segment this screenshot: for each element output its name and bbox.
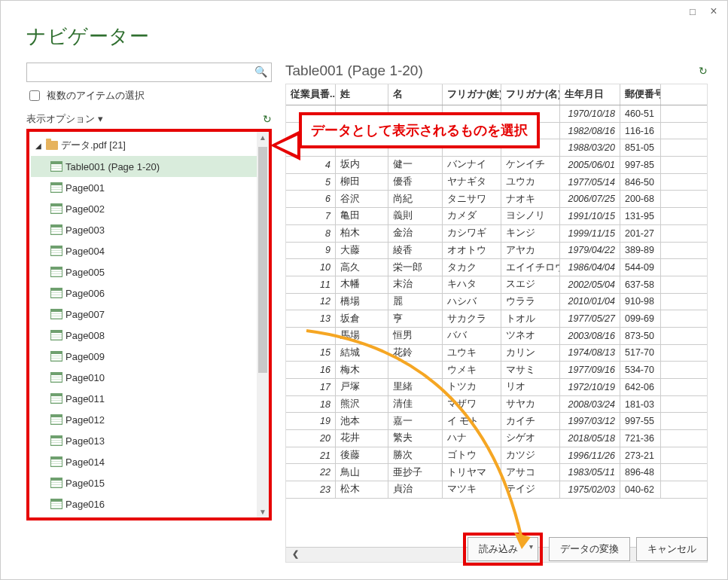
- tree-item[interactable]: Page012: [31, 409, 257, 430]
- cancel-button[interactable]: キャンセル: [636, 537, 708, 561]
- scroll-down-icon[interactable]: ▼: [257, 508, 269, 516]
- table-row[interactable]: 8柏木金治カシワギキンジ1999/11/15201-27: [286, 225, 707, 243]
- cell: ハナ: [443, 430, 501, 447]
- transform-button[interactable]: データの変換: [549, 537, 630, 561]
- scroll-left-icon[interactable]: ❮: [292, 549, 299, 559]
- table-row[interactable]: 11木幡末治キハタスエジ2002/05/04637-58: [286, 276, 707, 294]
- tree-item[interactable]: Page011: [31, 388, 257, 409]
- table-row[interactable]: 22鳥山亜抄子トリヤマアサコ1983/05/11896-48: [286, 464, 707, 481]
- tree-item[interactable]: Page004: [31, 240, 257, 261]
- cell: ウララ: [501, 294, 560, 310]
- cell: 2018/05/18: [560, 430, 620, 447]
- cell: 099-69: [620, 310, 661, 327]
- table-row[interactable]: 19池本嘉一イ モトカイチ1997/03/12997-55: [286, 413, 707, 430]
- table-row[interactable]: 13坂倉亨サカクラトオル1977/05/27099-69: [286, 310, 707, 328]
- table-row[interactable]: 10高久栄一郎タカクエイイチロウ1986/04/04544-09: [286, 259, 707, 276]
- col-header[interactable]: 名: [388, 84, 443, 105]
- table-icon: [50, 182, 62, 193]
- tree-root[interactable]: ◢ データ.pdf [21]: [31, 135, 257, 156]
- scroll-thumb[interactable]: [258, 147, 267, 373]
- cell: ハシバ: [443, 294, 501, 310]
- table-icon: [50, 372, 62, 383]
- refresh-icon[interactable]: ↻: [263, 113, 272, 125]
- cell: 優香: [388, 174, 443, 191]
- col-header[interactable]: 従業員番...: [286, 84, 336, 105]
- tree-item-label: Page004: [65, 246, 105, 257]
- maximize-button[interactable]: □: [682, 3, 703, 20]
- preview-refresh-icon[interactable]: ↻: [699, 65, 708, 77]
- search-icon[interactable]: 🔍: [254, 66, 267, 78]
- multi-select-checkbox[interactable]: 複数のアイテムの選択: [26, 88, 272, 103]
- cell: 910-98: [620, 294, 661, 310]
- cell: シゲオ: [501, 430, 560, 447]
- col-header[interactable]: フリガナ(姓): [443, 84, 501, 105]
- cell: 040-62: [620, 481, 661, 498]
- tree-item-label: Page002: [65, 203, 105, 215]
- cell: 1996/11/26: [560, 447, 620, 464]
- cell: 1975/02/03: [560, 481, 620, 498]
- table-row[interactable]: 6谷沢尚紀タニサワナオキ2006/07/25200-68: [286, 191, 707, 208]
- cell: 19: [286, 413, 336, 429]
- scroll-up-icon[interactable]: ▲: [257, 133, 269, 142]
- table-row[interactable]: 4坂内健一バンナイケンイチ2005/06/01997-85: [286, 157, 707, 174]
- tree-item[interactable]: Page014: [31, 451, 257, 472]
- multi-select-input[interactable]: [29, 90, 40, 101]
- tree-item[interactable]: Table001 (Page 1-20): [31, 156, 257, 177]
- table-row[interactable]: 5柳田優香ヤナギタユウカ1977/05/14846-50: [286, 174, 707, 191]
- tree-item[interactable]: Page001: [31, 177, 257, 198]
- cell: 健一: [388, 157, 443, 173]
- cell: 131-95: [620, 208, 661, 224]
- cell: リオ: [501, 379, 560, 395]
- table-row[interactable]: 23松木貞治マツキテイジ1975/02/03040-62: [286, 481, 707, 499]
- tree-item[interactable]: Page016: [31, 493, 257, 514]
- display-options-dropdown[interactable]: 表示オプション ▾: [26, 112, 103, 126]
- tree-item[interactable]: Page003: [31, 219, 257, 240]
- col-header[interactable]: 郵便番号: [620, 84, 661, 105]
- tree-item[interactable]: Page010: [31, 367, 257, 388]
- table-row[interactable]: 20花井繁夫ハナシゲオ2018/05/18721-36: [286, 430, 707, 447]
- twist-icon[interactable]: ◢: [35, 142, 43, 150]
- close-button[interactable]: ×: [703, 3, 724, 20]
- table-row[interactable]: 15結城花鈴ユウキカリン1974/08/13517-70: [286, 345, 707, 362]
- tree-item[interactable]: Page005: [31, 261, 257, 282]
- table-row[interactable]: 9大藤綾香オオトウアヤカ1979/04/22389-89: [286, 243, 707, 260]
- search-input[interactable]: [26, 63, 272, 82]
- tree-item-label: Page011: [65, 393, 105, 404]
- cell: 846-50: [620, 174, 661, 191]
- cell: 642-06: [620, 379, 661, 395]
- col-header[interactable]: フリガナ(名): [501, 84, 560, 105]
- tree-item[interactable]: Page007: [31, 304, 257, 325]
- cell: 1991/10/15: [560, 208, 620, 224]
- cell: カメダ: [443, 208, 501, 224]
- cell: ケンイチ: [501, 157, 560, 173]
- tree-item[interactable]: Page006: [31, 282, 257, 304]
- tree-scrollbar[interactable]: ▲ ▼: [257, 132, 269, 517]
- table-icon: [50, 499, 62, 509]
- table-row[interactable]: 21後藤勝次ゴトウカツジ1996/11/26273-21: [286, 447, 707, 465]
- cell: 16: [286, 362, 336, 378]
- tree-item[interactable]: Page015: [31, 472, 257, 493]
- col-header[interactable]: 生年月日: [560, 84, 620, 105]
- tree-item-label: Page013: [65, 435, 105, 447]
- tree-item-label: Page016: [65, 499, 105, 510]
- table-row[interactable]: 18熊沢清佳マザワサヤカ2008/03/24181-03: [286, 396, 707, 414]
- table-row[interactable]: 馬場恒男ババツネオ2003/08/16873-50: [286, 328, 707, 345]
- cell: 義則: [388, 208, 443, 224]
- cell: 後藤: [336, 447, 388, 464]
- cell: 997-55: [620, 413, 661, 429]
- table-row[interactable]: 7亀田義則カメダヨシノリ1991/10/15131-95: [286, 208, 707, 225]
- col-header[interactable]: 姓: [336, 84, 388, 105]
- table-row[interactable]: 16梅木ウメキマサミ1977/09/16534-70: [286, 362, 707, 379]
- tree-item[interactable]: Page017: [31, 514, 257, 517]
- cell: エイイチロウ: [501, 259, 560, 276]
- tree-item[interactable]: Page002: [31, 198, 257, 219]
- tree-item[interactable]: Page009: [31, 346, 257, 367]
- tree-item[interactable]: Page008: [31, 325, 257, 346]
- load-button[interactable]: 読み込み: [468, 537, 538, 561]
- cell: 清佳: [388, 396, 443, 413]
- cell: 11: [286, 276, 336, 293]
- tree-item[interactable]: Page013: [31, 430, 257, 451]
- table-row[interactable]: 17戸塚里緒トツカリオ1972/10/19642-06: [286, 379, 707, 396]
- table-row[interactable]: 12橋場麗ハシバウララ2010/01/04910-98: [286, 294, 707, 311]
- cell: マザワ: [443, 396, 501, 413]
